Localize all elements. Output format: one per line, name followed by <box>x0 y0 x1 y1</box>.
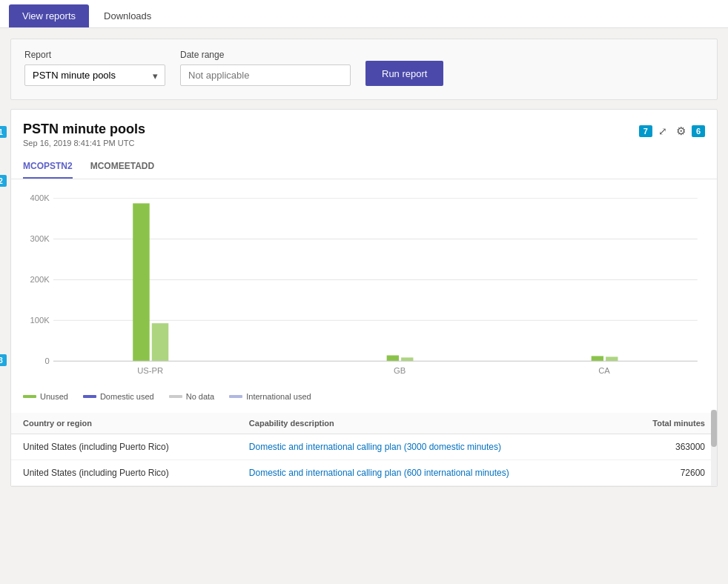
cell-description-0: Domestic and international calling plan … <box>237 434 615 460</box>
cell-description-1: Domestic and international calling plan … <box>237 460 615 486</box>
legend-nodata: No data <box>169 392 215 401</box>
domestic-label: Domestic used <box>100 392 154 401</box>
cell-country-0: United States (including Puerto Rico) <box>11 434 237 460</box>
svg-text:200K: 200K <box>30 276 50 285</box>
report-card: 1 PSTN minute pools Sep 16, 2019 8:41:41… <box>10 109 718 487</box>
badge-left: 7 <box>639 125 652 137</box>
tab-view-reports[interactable]: View reports <box>9 4 89 27</box>
svg-rect-15 <box>606 356 618 361</box>
svg-text:100K: 100K <box>30 316 50 325</box>
unused-swatch <box>23 395 36 398</box>
svg-text:US-PR: US-PR <box>137 366 163 375</box>
side-badge-1: 1 <box>0 126 7 138</box>
side-badge-2: 2 <box>0 175 7 187</box>
chart-legend: Unused Domestic used No data Internation… <box>11 386 717 410</box>
report-header: PSTN minute pools Sep 16, 2019 8:41:41 P… <box>11 110 717 147</box>
cell-country-1: United States (including Puerto Rico) <box>11 460 237 486</box>
legend-unused: Unused <box>23 392 68 401</box>
nodata-label: No data <box>186 392 215 401</box>
chart-svg: 400K 300K 200K 100K 0 US-PR GB CA <box>23 191 705 384</box>
report-filter-group: Report PSTN minute pools <box>24 50 165 86</box>
svg-text:0: 0 <box>45 356 50 365</box>
scrollbar-track[interactable] <box>711 410 717 486</box>
col-total: Total minutes <box>615 413 717 434</box>
svg-text:CA: CA <box>598 366 610 375</box>
report-title: PSTN minute pools <box>23 122 145 137</box>
svg-rect-10 <box>133 203 149 361</box>
legend-international: International used <box>229 392 311 401</box>
legend-domestic: Domestic used <box>83 392 154 401</box>
description-link-1[interactable]: Domestic and international calling plan … <box>249 468 509 478</box>
tab-downloads[interactable]: Downloads <box>90 4 165 27</box>
svg-rect-11 <box>152 323 168 361</box>
svg-text:GB: GB <box>394 366 406 375</box>
svg-rect-12 <box>387 355 399 361</box>
date-range-label: Date range <box>180 50 351 60</box>
unused-label: Unused <box>40 392 68 401</box>
international-label: International used <box>246 392 311 401</box>
report-subtitle: Sep 16, 2019 8:41:41 PM UTC <box>23 139 145 147</box>
date-range-input[interactable] <box>180 64 351 86</box>
description-link-0[interactable]: Domestic and international calling plan … <box>249 442 501 452</box>
report-header-actions: 7 ⤢ ⚙ 6 <box>639 122 705 141</box>
domestic-swatch <box>83 395 96 398</box>
gear-icon[interactable]: ⚙ <box>673 122 689 141</box>
international-swatch <box>229 395 242 398</box>
nodata-swatch <box>169 395 182 398</box>
tab-mcopstn2[interactable]: MCOPSTN2 <box>23 156 73 179</box>
svg-rect-13 <box>401 357 413 361</box>
report-tabs: MCOPSTN2 MCOMEETADD <box>11 147 717 179</box>
chart-area: 400K 300K 200K 100K 0 US-PR GB CA <box>11 179 717 386</box>
filter-bar: Report PSTN minute pools Date range Run … <box>10 39 718 100</box>
tab-mcomeetadd[interactable]: MCOMEETADD <box>90 156 154 179</box>
svg-text:400K: 400K <box>30 194 50 203</box>
svg-rect-14 <box>592 356 603 361</box>
side-badge-3: 3 <box>0 354 7 366</box>
report-table: Country or region Capability description… <box>11 413 717 486</box>
svg-text:300K: 300K <box>30 235 50 244</box>
report-label: Report <box>24 50 165 60</box>
col-country: Country or region <box>11 413 237 434</box>
report-select[interactable]: PSTN minute pools <box>24 64 165 86</box>
table-row: United States (including Puerto Rico) Do… <box>11 434 717 460</box>
scrollbar-thumb[interactable] <box>711 410 717 447</box>
cell-total-0: 363000 <box>615 434 717 460</box>
table-row: United States (including Puerto Rico) Do… <box>11 460 717 486</box>
run-report-button[interactable]: Run report <box>365 61 443 86</box>
date-range-filter-group: Date range <box>180 50 351 86</box>
badge-right: 6 <box>692 125 705 137</box>
expand-icon[interactable]: ⤢ <box>655 122 670 140</box>
col-description: Capability description <box>237 413 615 434</box>
cell-total-1: 72600 <box>615 460 717 486</box>
